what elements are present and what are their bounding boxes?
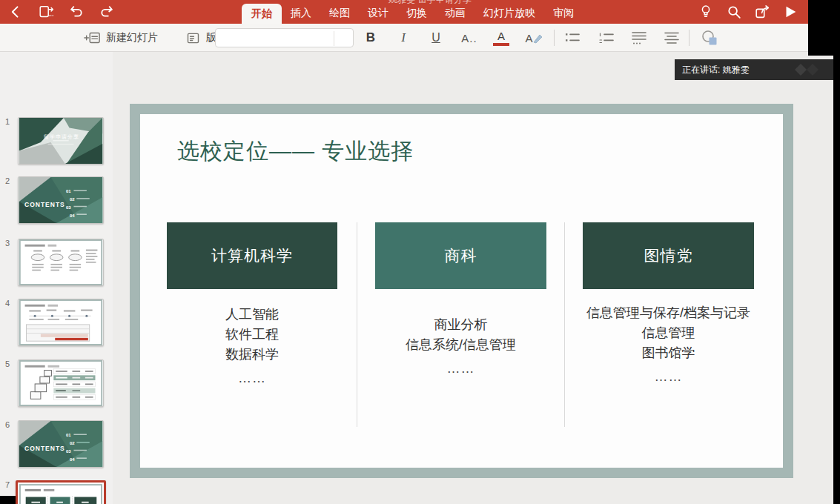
play-icon[interactable] — [781, 3, 799, 21]
list-business[interactable]: 商业分析 信息系统/信息管理 …… — [375, 315, 546, 379]
ribbon-tab-bar: 开始 插入 绘图 设计 切换 动画 幻灯片放映 审阅 — [242, 0, 583, 24]
editing-canvas: 选校定位—— 专业选择 计算机科学 商科 图情党 人工智能 软件工程 数据科学 … — [113, 52, 833, 504]
undo-icon[interactable] — [68, 4, 85, 20]
redo-icon[interactable] — [99, 4, 115, 20]
slide-thumbnail-1[interactable]: 留学申请分享 — [18, 117, 104, 165]
speaker-indicator-icon — [792, 62, 823, 77]
black-corner-topright — [808, 0, 833, 56]
thumbnail-title: 留学申请分享 — [19, 133, 104, 141]
speaking-banner-text: 正在讲话: 姚雅雯 — [682, 64, 750, 75]
slide-number: 6 — [5, 420, 16, 429]
thumbnail-title: CONTENTS — [24, 201, 65, 208]
font-size-box[interactable] — [334, 31, 334, 46]
shapes-button[interactable] — [697, 24, 722, 52]
header-box-library-info[interactable]: 图情党 — [583, 222, 754, 289]
line-spacing-button[interactable] — [629, 24, 649, 52]
thumbnail-toc: 01020304 — [66, 188, 102, 220]
slide-frame: 选校定位—— 专业选择 计算机科学 商科 图情党 人工智能 软件工程 数据科学 … — [130, 104, 793, 478]
back-icon[interactable] — [7, 4, 24, 20]
layout-icon — [185, 30, 201, 46]
current-slide[interactable]: 选校定位—— 专业选择 计算机科学 商科 图情党 人工智能 软件工程 数据科学 … — [140, 114, 783, 468]
list-library-info[interactable]: 信息管理与保存/档案与记录 信息管理 图书馆学 …… — [583, 303, 754, 387]
new-slide-button[interactable]: 新建幻灯片 — [83, 24, 158, 52]
slide-number: 5 — [5, 359, 16, 368]
slide-thumbnail-2[interactable]: CONTENTS 01020304 — [18, 176, 104, 224]
pen-icon — [532, 32, 544, 44]
title-ribbon: 姚雅雯 留学申请分享 开始 插入 绘图 设计 切换 动画 幻灯片放映 审阅 — [0, 0, 808, 24]
tab-insert[interactable]: 插入 — [282, 1, 320, 24]
toolbar-divider — [554, 30, 555, 46]
thumbnail-art — [19, 484, 102, 504]
font-color-swatch — [493, 43, 509, 46]
tab-design[interactable]: 设计 — [359, 1, 397, 24]
black-corner-bottomleft — [0, 496, 16, 504]
underline-label: U — [431, 31, 440, 44]
align-button[interactable] — [661, 24, 682, 52]
tab-transitions[interactable]: 切换 — [397, 1, 436, 24]
tab-draw[interactable]: 绘图 — [320, 1, 359, 24]
slide-title-textbox[interactable]: 选校定位—— 专业选择 — [177, 136, 414, 167]
slide-number: 1 — [5, 117, 16, 126]
slide-number: 2 — [5, 176, 16, 185]
font-formatting-button[interactable]: A.. — [457, 24, 482, 52]
new-slide-icon — [83, 30, 101, 46]
bullet-list-button[interactable] — [562, 24, 583, 52]
font-color-button[interactable]: A — [491, 24, 512, 52]
tab-animations[interactable]: 动画 — [436, 1, 474, 24]
search-icon[interactable] — [725, 3, 743, 21]
list-computer-science[interactable]: 人工智能 软件工程 数据科学 …… — [167, 305, 337, 388]
thumbnail-art — [19, 360, 103, 406]
thumbnail-art — [19, 239, 103, 285]
numbered-list-button[interactable] — [596, 24, 617, 52]
slide-number: 3 — [5, 239, 16, 248]
tab-review[interactable]: 审阅 — [544, 1, 583, 24]
slide-thumbnail-5[interactable] — [18, 359, 104, 407]
bold-label: B — [366, 30, 375, 45]
font-color-label: A — [497, 30, 505, 42]
text-effects-button[interactable]: A — [522, 24, 547, 52]
header-box-business[interactable]: 商科 — [375, 222, 546, 289]
formatting-toolbar: 新建幻灯片 版式 B I U A.. A A — [0, 24, 808, 52]
italic-button[interactable]: I — [393, 24, 414, 52]
slide-number: 4 — [5, 299, 16, 308]
underline-button[interactable]: U — [426, 24, 446, 52]
column-divider — [564, 222, 565, 427]
black-strip-right — [833, 0, 840, 504]
thumbnail-art — [19, 299, 103, 345]
slide-thumbnail-7-selected[interactable] — [16, 480, 106, 504]
font-formatting-label: A.. — [461, 32, 477, 44]
file-export-icon[interactable] — [38, 4, 54, 20]
powerpoint-app: 姚雅雯 留学申请分享 开始 插入 绘图 设计 切换 动画 幻灯片放映 审阅 — [0, 0, 840, 504]
share-icon[interactable] — [753, 3, 771, 21]
lightbulb-icon[interactable] — [697, 3, 715, 21]
tab-home[interactable]: 开始 — [242, 4, 282, 24]
slide-thumbnail-panel: 1 2 3 4 5 6 7 8 留学申请分享 — [0, 52, 113, 504]
italic-label: I — [401, 30, 406, 45]
tab-slideshow[interactable]: 幻灯片放映 — [474, 1, 544, 24]
speaking-banner: 正在讲话: 姚雅雯 — [675, 59, 833, 80]
column-divider — [357, 222, 357, 427]
header-box-computer-science[interactable]: 计算机科学 — [167, 222, 337, 289]
thumbnail-art — [19, 118, 103, 164]
slide-thumbnail-4[interactable] — [18, 299, 104, 346]
toolbar-divider — [689, 30, 689, 46]
bold-button[interactable]: B — [360, 24, 381, 52]
font-name-box[interactable] — [215, 28, 354, 47]
thumbnail-toc: 01020304 — [66, 431, 102, 464]
new-slide-label: 新建幻灯片 — [106, 31, 158, 44]
slide-thumbnail-3[interactable] — [18, 239, 104, 286]
slide-thumbnail-6[interactable]: CONTENTS 01020304 — [18, 420, 104, 468]
slide-number: 7 — [5, 480, 16, 489]
thumbnail-title: CONTENTS — [24, 445, 65, 452]
